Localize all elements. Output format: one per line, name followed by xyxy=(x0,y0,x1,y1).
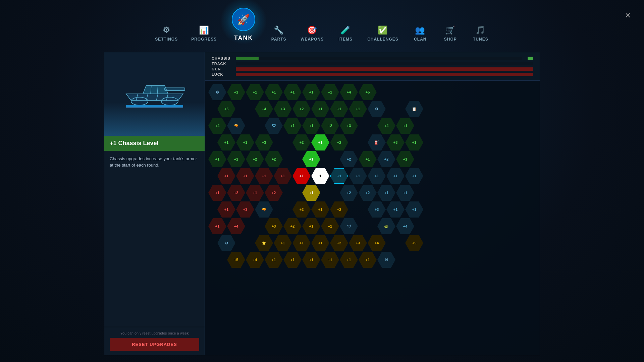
hex-node[interactable]: +2 xyxy=(330,134,348,150)
hex-node[interactable]: +1 xyxy=(311,235,329,251)
hex-node[interactable]: +1 xyxy=(386,168,405,184)
hex-node[interactable]: +1 xyxy=(359,151,377,167)
hex-node[interactable]: 🛡 xyxy=(340,218,358,234)
hex-node[interactable]: +2 xyxy=(246,151,264,167)
hex-node[interactable]: ⛽ xyxy=(368,134,386,150)
hex-node[interactable]: 🐢 xyxy=(377,218,395,234)
hex-node[interactable]: +1 xyxy=(359,252,377,268)
hex-node[interactable]: 📋 xyxy=(405,101,423,117)
hex-node[interactable]: +2 xyxy=(359,185,377,201)
hex-node-active[interactable]: +1 xyxy=(311,134,329,150)
hex-node[interactable]: +1 xyxy=(265,252,283,268)
hex-node[interactable]: +1 xyxy=(386,201,405,218)
hex-node[interactable]: +4 xyxy=(377,118,395,134)
hex-node[interactable]: +1 xyxy=(321,84,339,100)
hex-node[interactable]: +1 xyxy=(396,185,414,201)
hex-node[interactable]: +1 xyxy=(246,185,264,201)
nav-progress[interactable]: 📊 PROGRESS xyxy=(184,23,223,44)
hex-node[interactable]: +1 xyxy=(405,201,423,218)
hex-node[interactable]: +4 xyxy=(255,101,273,117)
hex-node[interactable]: 🛡 xyxy=(265,118,283,134)
hex-node[interactable]: +1 xyxy=(217,168,235,184)
hex-node[interactable]: +1 xyxy=(227,84,245,100)
hex-node[interactable]: +1 xyxy=(405,168,423,184)
hex-node[interactable]: +1 xyxy=(368,168,386,184)
hex-node[interactable]: +2 xyxy=(292,101,311,117)
hex-node[interactable]: +1 xyxy=(405,134,423,150)
reset-upgrades-button[interactable]: RESET UPGRADES xyxy=(110,338,199,351)
hex-node-active[interactable]: +1 xyxy=(302,151,320,167)
nav-settings[interactable]: ⚙ SETTINGS xyxy=(148,23,184,44)
hex-node[interactable]: +4 xyxy=(340,84,358,100)
hex-node[interactable]: ⚙ xyxy=(208,84,226,100)
hex-node[interactable]: +1 xyxy=(227,151,245,167)
hex-node[interactable]: +1 xyxy=(302,252,320,268)
hex-node[interactable]: +1 xyxy=(255,168,273,184)
hex-node[interactable]: +2 xyxy=(321,118,339,134)
hex-node[interactable]: +2 xyxy=(265,151,283,167)
hex-node[interactable]: +2 xyxy=(377,151,395,167)
hex-node[interactable]: +4 xyxy=(227,218,245,234)
hex-node[interactable]: +1 xyxy=(208,151,226,167)
hex-node[interactable]: +1 xyxy=(330,101,348,117)
hex-node[interactable]: +2 xyxy=(265,185,283,201)
hex-node[interactable]: +5 xyxy=(405,235,423,251)
hex-node[interactable]: +1 xyxy=(302,118,320,134)
hex-node[interactable]: +3 xyxy=(340,118,358,134)
hex-node[interactable]: +1 xyxy=(349,101,367,117)
hex-node[interactable]: +1 xyxy=(311,101,329,117)
nav-challenges[interactable]: ✅ CHALLENGES xyxy=(361,23,405,44)
hex-node[interactable]: +1 xyxy=(349,168,367,184)
nav-shop[interactable]: 🛒 SHOP xyxy=(435,23,466,44)
hex-node[interactable]: ⚒ xyxy=(377,252,395,268)
hex-node-cyan[interactable]: +1 xyxy=(330,168,348,184)
hex-node[interactable]: 🔫 xyxy=(255,201,273,218)
hex-node[interactable]: 🔫 xyxy=(227,118,245,134)
hex-node[interactable]: +1 xyxy=(302,218,320,234)
nav-weapons[interactable]: 🎯 WEAPONS xyxy=(294,23,330,44)
hex-node[interactable]: +1 xyxy=(283,84,302,100)
hex-node[interactable]: +2 xyxy=(283,218,302,234)
hex-node[interactable]: +2 xyxy=(340,151,358,167)
hex-node[interactable]: +1 xyxy=(396,118,414,134)
hex-node[interactable]: +5 xyxy=(359,84,377,100)
nav-parts[interactable]: 🔧 PARTS xyxy=(264,23,294,44)
hex-node[interactable]: +5 xyxy=(217,101,235,117)
hex-node[interactable]: ⚙ xyxy=(368,101,386,117)
hex-node[interactable]: +1 xyxy=(302,84,320,100)
hex-node[interactable]: +5 xyxy=(227,252,245,268)
hex-node[interactable]: +3 xyxy=(255,134,273,150)
hex-node[interactable]: +4 xyxy=(368,235,386,251)
hex-node[interactable]: +2 xyxy=(330,201,348,218)
hex-node[interactable]: +1 xyxy=(283,252,302,268)
close-button[interactable]: × xyxy=(625,10,631,21)
nav-clan[interactable]: 👥 CLAN xyxy=(405,23,435,44)
hex-node[interactable]: +2 xyxy=(227,185,245,201)
hex-node[interactable]: +1 xyxy=(217,134,235,150)
hex-node[interactable]: +1 xyxy=(396,151,414,167)
nav-tunes[interactable]: 🎵 TUNES xyxy=(466,23,496,44)
hex-node[interactable]: +3 xyxy=(349,235,367,251)
hex-node-center[interactable]: 1 xyxy=(311,168,329,184)
hex-node[interactable]: +2 xyxy=(330,235,348,251)
hex-node[interactable]: +2 xyxy=(292,201,311,218)
hex-node[interactable]: +1 xyxy=(283,118,302,134)
hex-node[interactable]: +4 xyxy=(208,118,226,134)
hex-node[interactable]: +1 xyxy=(246,84,264,100)
nav-tank[interactable]: 1 UPGRADES AVAILABLE 🚀 TANK xyxy=(223,0,264,44)
hex-node[interactable]: ⭐ xyxy=(255,235,273,251)
hex-node[interactable]: +3 xyxy=(368,201,386,218)
hex-node[interactable]: +1 xyxy=(321,218,339,234)
hex-node[interactable]: +2 xyxy=(340,185,358,201)
hex-node-yellow[interactable]: +1 xyxy=(302,185,320,201)
hex-node[interactable]: +1 xyxy=(311,201,329,218)
hex-node[interactable]: +1 xyxy=(274,168,292,184)
hex-node[interactable]: +1 xyxy=(340,252,358,268)
hex-node[interactable]: +3 xyxy=(386,134,405,150)
hex-node[interactable]: +1 xyxy=(265,84,283,100)
hex-node[interactable]: +1 xyxy=(292,235,311,251)
hex-node[interactable]: +1 xyxy=(208,218,226,234)
hex-node[interactable]: +2 xyxy=(292,134,311,150)
hex-node-red[interactable]: +1 xyxy=(292,168,311,184)
hex-node[interactable]: +1 xyxy=(321,252,339,268)
